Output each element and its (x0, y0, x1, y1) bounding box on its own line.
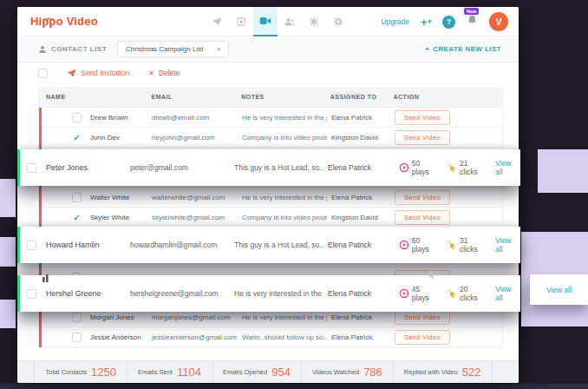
person-icon (38, 45, 47, 54)
add-new-button[interactable]: + ▾ (421, 16, 431, 29)
video-camera-nav-icon[interactable] (253, 7, 278, 36)
table-row[interactable]: Jessie Anderson jessieanderson@gmail.com… (39, 327, 502, 347)
mini-bars-artifact (42, 270, 51, 286)
assigned-cell: Elena Patrick (327, 114, 389, 122)
email-cell: hershelgreene@gmail.com (124, 289, 228, 298)
row-checkbox[interactable] (72, 113, 82, 122)
assigned-to: Elena Patrick (331, 313, 372, 321)
footer-stat: Videos Watched 786 (301, 361, 393, 383)
row-checkbox[interactable] (72, 193, 82, 202)
contact-notes: Company is into video produ... (242, 214, 327, 221)
stat-value: 1250 (91, 366, 116, 379)
settings-gear-nav-icon[interactable] (326, 7, 350, 36)
view-all-link[interactable]: View all (495, 285, 520, 302)
notes-cell: This guy is a Hot Lead, so... (228, 241, 323, 249)
assigned-cell: Kingston David (327, 134, 389, 142)
contact-notes: He is very interested in the prod... (242, 194, 327, 201)
assigned-cell: Elena Patrick (323, 163, 399, 172)
contact-list-label: CONTACT LIST (38, 45, 107, 54)
send-video-button[interactable]: Send Video (395, 310, 450, 325)
highlighted-contact-row[interactable]: Howard Hamlin howardhamlin@gmail.com Thi… (17, 227, 520, 263)
select-all-checkbox[interactable] (38, 69, 48, 78)
action-cell: Send Video (389, 130, 504, 145)
logo-text: Hippo Video (30, 15, 98, 28)
notes-cell: Company is into video produ... (237, 134, 327, 142)
view-all-link[interactable]: View all (546, 286, 572, 294)
notes-cell: Company is into video produ... (237, 214, 327, 221)
view-all-link[interactable]: View all (495, 159, 520, 176)
highlighted-contact-row[interactable]: Hershel Greene hershelgreene@gmail.com H… (17, 275, 520, 312)
name-cell: Peter Jones (20, 163, 124, 173)
row-checkbox[interactable]: ✓ (72, 133, 82, 142)
assigned-cell: Elena Patrick (327, 313, 389, 321)
hippo-ears-icon (42, 11, 55, 24)
table-row[interactable]: ✓ John Dev heyjohn@gmail.com Company is … (39, 128, 502, 148)
footer-stat: Emails Opened 954 (212, 361, 301, 383)
notes-cell: He is very interested in the prod... (237, 114, 327, 122)
create-new-list-button[interactable]: + CREATE NEW LIST (425, 45, 501, 53)
footer-spacer (492, 361, 542, 383)
help-button[interactable]: ? (442, 16, 455, 29)
user-avatar[interactable]: V (489, 12, 508, 31)
assigned-to: Elena Patrick (331, 114, 372, 122)
column-header-action: ACTION (389, 94, 503, 100)
play-circle-icon (399, 240, 409, 250)
assigned-to: Kingston David (331, 214, 378, 221)
users-nav-icon[interactable] (278, 7, 302, 36)
paper-plane-nav-icon[interactable] (205, 7, 229, 36)
clicks-stat: 21 clicks (447, 159, 487, 176)
contact-name: Morgan Jones (90, 313, 134, 321)
play-circle-icon (399, 162, 409, 173)
stat-label: Videos Watched (312, 368, 359, 376)
send-video-button[interactable]: Send Video (395, 130, 450, 145)
name-cell: Drew Brown (39, 113, 147, 122)
name-cell: Howard Hamlin (20, 241, 124, 250)
assigned-cell: Elena Patrick (323, 289, 399, 298)
send-video-button[interactable]: Send Video (395, 110, 450, 125)
email-cell: walterwhite@gmail.com (147, 194, 237, 201)
table-row[interactable]: ✓ Skyler White skylerwhite@gmail.com Com… (39, 208, 502, 227)
click-cursor-icon (447, 162, 457, 173)
footer-stat: Replied with Video 522 (393, 361, 492, 383)
row-checkbox[interactable] (72, 333, 82, 342)
lavender-patch-left-3 (0, 300, 16, 328)
hippo-video-logo[interactable]: Hippo Video (30, 15, 98, 28)
row-checkbox[interactable] (27, 163, 36, 173)
stat-label: Replied with Video (404, 368, 458, 376)
assigned-to: Elena Patrick (331, 333, 372, 341)
notifications-bell[interactable]: New (467, 14, 478, 30)
integrations-nav-icon[interactable] (302, 7, 326, 36)
plays-stat: 50 plays (399, 159, 439, 176)
send-video-button[interactable]: Send Video (395, 190, 450, 205)
stat-label: Emails Sent (138, 368, 173, 376)
email-cell: skylerwhite@gmail.com (147, 214, 237, 221)
contact-email: heyjohn@gmail.com (152, 134, 215, 142)
row-checkbox[interactable]: ✓ (72, 213, 82, 222)
engagement-cell: 60 plays 31 clicks View all (399, 236, 520, 254)
send-video-button[interactable]: Send Video (395, 210, 450, 225)
floating-view-all-chip[interactable]: View all (530, 274, 588, 305)
table-row[interactable]: Drew Brown drewb@email.com He is very in… (39, 108, 502, 128)
stop-square-nav-icon[interactable] (229, 7, 253, 36)
send-invitation-button[interactable]: Send Invitation (67, 69, 129, 78)
campaign-list-dropdown[interactable]: Christmas Campaign List ▾ (117, 41, 229, 57)
stat-value: 954 (271, 366, 291, 379)
row-status-indicator (39, 108, 42, 128)
contact-name: Skyler White (90, 214, 129, 221)
stat-label: Total Contacts (45, 368, 87, 376)
row-checkbox[interactable] (72, 313, 82, 322)
email-cell: peter@gmail.com (124, 163, 228, 172)
highlighted-contact-row[interactable]: Peter Jones peter@gmail.com This guy is … (17, 149, 520, 186)
table-row[interactable]: Walter White walterwhite@gmail.com He is… (39, 188, 502, 208)
send-video-button[interactable]: Send Video (395, 330, 450, 345)
contact-list-subheader: CONTACT LIST Christmas Campaign List ▾ +… (17, 36, 519, 63)
contact-email: morganjones@gmail.com (152, 313, 231, 321)
row-checkbox[interactable] (27, 241, 36, 250)
upgrade-link[interactable]: Upgrade (381, 17, 409, 26)
stats-footer: Total Contacts 1250 Emails Sent 1104 Ema… (17, 360, 519, 383)
delete-button[interactable]: ✕ Delete (148, 69, 180, 77)
column-header-assigned: ASSIGNED TO (326, 94, 389, 100)
view-all-link[interactable]: View all (495, 236, 520, 254)
row-checkbox[interactable] (27, 289, 36, 299)
click-cursor-icon (447, 288, 457, 299)
